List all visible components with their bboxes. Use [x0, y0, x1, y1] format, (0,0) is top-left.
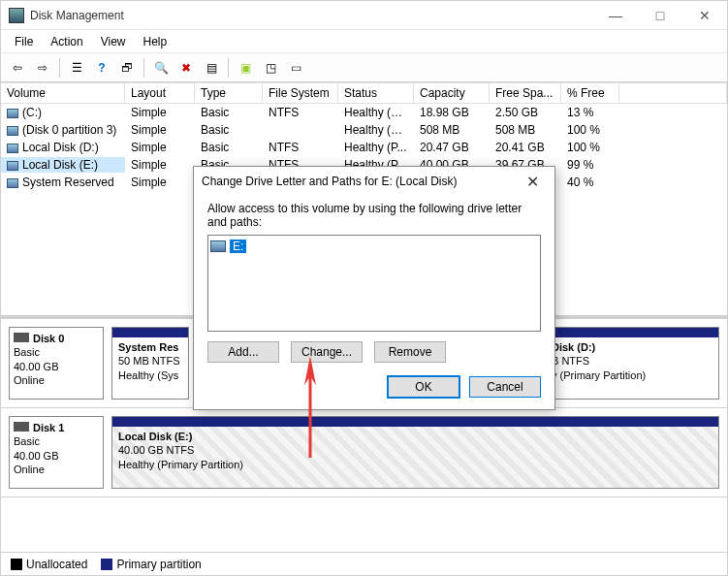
cell-fs: NTFS — [263, 105, 338, 120]
mount-button[interactable]: ◳ — [260, 57, 281, 79]
titlebar[interactable]: Disk Management — □ ✕ — [1, 1, 727, 30]
cell-fs — [263, 129, 338, 131]
drive-letter-list[interactable]: E: — [207, 235, 541, 332]
cell-volume: Local Disk (D:) — [1, 140, 125, 155]
cell-layout: Simple — [125, 140, 195, 155]
forward-button[interactable]: ⇨ — [32, 57, 53, 79]
col-capacity[interactable]: Capacity — [414, 83, 490, 103]
scan-button[interactable]: 🔍 — [150, 57, 172, 79]
disk-status: Online — [14, 463, 99, 476]
app-icon — [9, 8, 24, 23]
list-item-label: E: — [230, 240, 246, 253]
properties-icon: ▤ — [206, 61, 217, 75]
refresh-icon: 🗗 — [121, 61, 133, 75]
menu-file[interactable]: File — [7, 33, 41, 50]
cell-status: Healthy (P... — [338, 140, 414, 155]
volume-icon — [7, 178, 18, 188]
cell-fs: NTFS — [263, 140, 338, 155]
table-row[interactable]: (Disk 0 partition 3)SimpleBasicHealthy (… — [1, 121, 727, 139]
col-pct[interactable]: % Free — [561, 83, 619, 103]
ok-button[interactable]: OK — [388, 376, 459, 398]
legend-unallocated: Unallocated — [11, 558, 87, 571]
cell-pct: 13 % — [561, 105, 619, 120]
volume-label: Local Disk (E:) — [118, 430, 712, 443]
toolbar-separator — [59, 58, 60, 78]
change-button[interactable]: Change... — [291, 341, 363, 363]
volume-header — [546, 328, 718, 337]
cell-type: Basic — [195, 122, 263, 138]
menubar: File Action View Help — [1, 30, 727, 53]
table-row[interactable]: Local Disk (D:)SimpleBasicNTFSHealthy (P… — [1, 139, 727, 156]
cell-volume: Local Disk (E:) — [1, 157, 125, 173]
help-icon: ? — [98, 61, 105, 75]
list-button[interactable]: ▭ — [285, 57, 306, 79]
list-icon: ▭ — [291, 61, 301, 75]
delete-icon: ✖ — [181, 61, 191, 75]
remove-button[interactable]: Remove — [374, 341, 446, 363]
volume-status: Healthy (Sys — [118, 368, 182, 382]
table-row[interactable]: (C:)SimpleBasicNTFSHealthy (B...18.98 GB… — [1, 104, 727, 121]
minimize-button[interactable]: — — [593, 1, 638, 30]
menu-action[interactable]: Action — [43, 33, 90, 50]
disk-info-1[interactable]: Disk 1 Basic 40.00 GB Online — [9, 416, 104, 489]
col-layout[interactable]: Layout — [125, 83, 195, 103]
cell-layout: Simple — [125, 122, 195, 138]
disk-info-0[interactable]: Disk 0 Basic 40.00 GB Online — [9, 327, 104, 400]
dialog-titlebar[interactable]: Change Drive Letter and Paths for E: (Lo… — [194, 167, 554, 196]
legend-primary: Primary partition — [101, 558, 201, 571]
dialog-close-button[interactable]: ✕ — [518, 167, 547, 196]
drive-icon — [210, 240, 226, 252]
disk-type: Basic — [14, 345, 99, 359]
col-volume[interactable]: Volume — [1, 83, 125, 103]
col-pad — [619, 83, 727, 103]
delete-button[interactable]: ✖ — [175, 57, 197, 79]
menu-view[interactable]: View — [93, 33, 134, 50]
volume-header — [112, 328, 188, 337]
disk-icon — [14, 333, 29, 342]
volume-d[interactable]: Disk (D:) B NTFS y (Primary Partition) — [545, 327, 719, 400]
volume-icon — [7, 144, 18, 153]
cell-layout: Simple — [125, 157, 195, 173]
change-drive-letter-dialog: Change Drive Letter and Paths for E: (Lo… — [193, 166, 555, 410]
refresh-button[interactable]: 🗗 — [116, 57, 138, 79]
volume-header — [112, 417, 718, 427]
disk-size: 40.00 GB — [14, 360, 99, 373]
swatch-navy-icon — [101, 559, 112, 570]
volume-label: System Res — [118, 340, 182, 354]
cell-type: Basic — [195, 105, 263, 120]
col-type[interactable]: Type — [195, 83, 263, 103]
volume-status: y (Primary Partition) — [552, 368, 712, 382]
properties-button[interactable]: ▤ — [201, 57, 222, 79]
cell-pct: 100 % — [561, 140, 619, 155]
toolbar-separator — [228, 58, 229, 78]
col-fs[interactable]: File System — [263, 83, 338, 103]
list-item[interactable]: E: — [210, 238, 538, 255]
toolbar-separator — [143, 58, 144, 78]
col-free[interactable]: Free Spa... — [490, 83, 561, 103]
volume-system-reserved[interactable]: System Res 50 MB NTFS Healthy (Sys — [111, 327, 189, 400]
add-button[interactable]: Add... — [207, 341, 279, 363]
disk-icon — [14, 422, 29, 432]
cell-pct: 100 % — [561, 122, 619, 138]
cell-capacity: 18.98 GB — [414, 105, 490, 120]
cell-volume: (C:) — [1, 105, 125, 120]
cell-layout: Simple — [125, 175, 195, 190]
volume-icon — [7, 126, 18, 136]
cell-type: Basic — [195, 140, 263, 155]
menu-help[interactable]: Help — [136, 33, 175, 50]
help-button[interactable]: ? — [91, 57, 112, 79]
table-header: Volume Layout Type File System Status Ca… — [1, 82, 727, 104]
back-button[interactable]: ⇦ — [7, 57, 28, 79]
new-volume-button[interactable]: ▣ — [235, 57, 256, 79]
volume-label: Disk (D:) — [552, 340, 712, 354]
mount-icon: ◳ — [266, 61, 276, 75]
col-status[interactable]: Status — [338, 83, 414, 103]
maximize-button[interactable]: □ — [638, 1, 682, 30]
close-button[interactable]: ✕ — [682, 1, 727, 30]
disk-name: Disk 0 — [33, 333, 64, 344]
cell-capacity: 508 MB — [414, 122, 490, 138]
cancel-button[interactable]: Cancel — [469, 376, 541, 398]
layout-button[interactable]: ☰ — [66, 57, 87, 79]
disk-name: Disk 1 — [33, 422, 64, 433]
volume-e[interactable]: Local Disk (E:) 40.00 GB NTFS Healthy (P… — [111, 416, 719, 489]
